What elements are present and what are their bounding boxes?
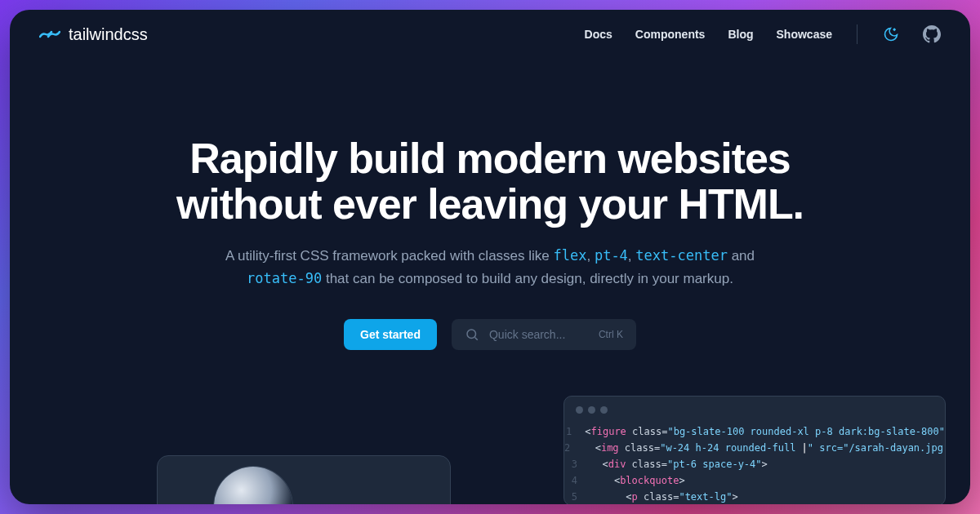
preview-card	[157, 455, 451, 504]
logo[interactable]: tailwindcss	[39, 25, 148, 44]
code-content: <div class="pt-6 space-y-4">	[590, 459, 768, 470]
nav-blog[interactable]: Blog	[728, 28, 753, 41]
hero: Rapidly build modern websites without ev…	[10, 59, 970, 350]
hero-sub-comma: ,	[586, 248, 594, 264]
window-controls	[564, 397, 945, 423]
code-line: 3 <div class="pt-6 space-y-4">	[564, 456, 945, 472]
code-token-flex: flex	[554, 247, 587, 264]
code-content: <p class="text-lg">	[590, 491, 738, 503]
header: tailwindcss Docs Components Blog Showcas…	[10, 10, 970, 59]
line-number: 4	[564, 475, 590, 486]
nav-divider	[857, 24, 858, 44]
code-token-rotate90: rotate-90	[247, 270, 322, 286]
search-placeholder: Quick search...	[489, 328, 589, 341]
window-dot-icon	[576, 406, 583, 414]
code-line: 5 <p class="text-lg">	[564, 489, 945, 504]
line-number: 5	[564, 491, 590, 503]
github-link[interactable]	[923, 25, 941, 43]
nav: Docs Components Blog Showcase	[585, 24, 941, 44]
code-token-text-center: text-center	[635, 247, 728, 264]
code-content: <blockquote>	[590, 475, 685, 486]
tailwind-logo-icon	[39, 28, 60, 41]
code-line: 2 <img class="w-24 h-24 rounded-full |" …	[564, 440, 945, 456]
code-body: 1<figure class="bg-slate-100 rounded-xl …	[564, 423, 945, 504]
code-editor: 1<figure class="bg-slate-100 rounded-xl …	[564, 396, 946, 504]
line-number: 2	[564, 442, 583, 454]
nav-docs[interactable]: Docs	[585, 28, 612, 41]
code-token-pt4: pt-4	[595, 247, 628, 264]
page-frame: tailwindcss Docs Components Blog Showcas…	[10, 10, 970, 504]
quick-search-button[interactable]: Quick search... Ctrl K	[452, 319, 636, 350]
code-line: 4 <blockquote>	[564, 472, 945, 489]
svg-point-0	[467, 330, 476, 339]
cta-row: Get started Quick search... Ctrl K	[10, 319, 970, 350]
code-line: 1<figure class="bg-slate-100 rounded-xl …	[564, 423, 945, 440]
window-dot-icon	[600, 406, 608, 414]
hero-subtitle: A utility-first CSS framework packed wit…	[10, 245, 970, 289]
hero-title-line2: without ever leaving your HTML.	[176, 180, 804, 228]
hero-title-line1: Rapidly build modern websites	[189, 135, 791, 182]
hero-sub-comma: ,	[628, 248, 635, 264]
line-number: 3	[564, 459, 590, 470]
hero-sub-text: that can be composed to build any design…	[322, 271, 733, 286]
hero-sub-text: A utility-first CSS framework packed wit…	[225, 248, 554, 264]
search-kbd-hint: Ctrl K	[599, 329, 623, 340]
hero-title: Rapidly build modern websites without ev…	[10, 135, 970, 227]
hero-sub-text: and	[728, 248, 755, 264]
line-number: 1	[564, 426, 585, 437]
get-started-button[interactable]: Get started	[344, 319, 437, 350]
window-dot-icon	[588, 406, 595, 414]
code-content: <img class="w-24 h-24 rounded-full |" sr…	[583, 442, 946, 454]
search-icon	[465, 327, 479, 342]
theme-toggle-button[interactable]	[882, 25, 900, 43]
moon-icon	[883, 26, 899, 42]
brand-name: tailwindcss	[69, 25, 148, 44]
code-content: <figure class="bg-slate-100 rounded-xl p…	[585, 426, 945, 437]
nav-showcase[interactable]: Showcase	[777, 28, 832, 41]
github-icon	[923, 25, 941, 43]
nav-components[interactable]: Components	[635, 28, 706, 41]
